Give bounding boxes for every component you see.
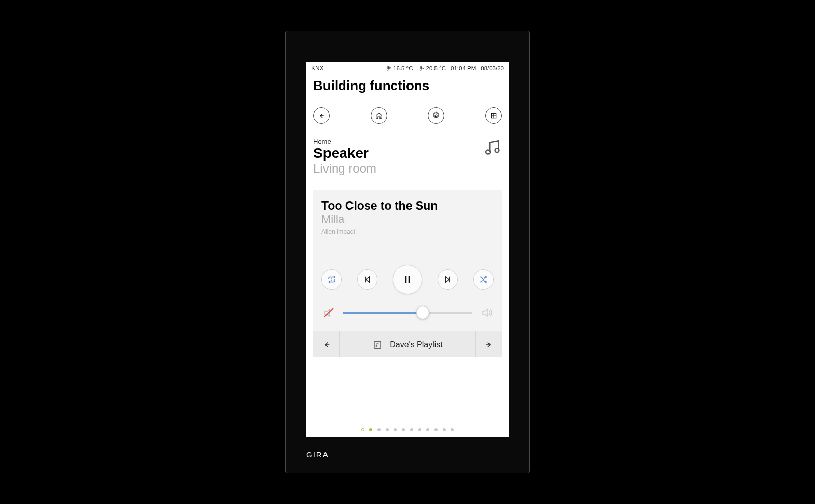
status-bar: KNX 16.5 °C 20.5 °C 01:04 PM 08/03/20 bbox=[306, 62, 509, 74]
status-date: 08/03/20 bbox=[481, 65, 504, 71]
weather-outdoor-icon bbox=[385, 65, 392, 72]
page-dot[interactable] bbox=[361, 428, 364, 431]
svg-rect-7 bbox=[374, 341, 381, 348]
repeat-button[interactable]: 1 bbox=[321, 269, 342, 290]
page-dot[interactable] bbox=[369, 428, 372, 431]
function-subtitle: Living room bbox=[313, 161, 376, 176]
arrow-left-icon bbox=[322, 340, 331, 349]
page-dot[interactable] bbox=[410, 428, 413, 431]
track-info: Too Close to the Sun Milla Alien Impact bbox=[313, 190, 502, 238]
page-dot[interactable] bbox=[434, 428, 438, 431]
page-dot[interactable] bbox=[402, 428, 405, 431]
track-album: Alien Impact bbox=[321, 228, 494, 235]
svg-point-3 bbox=[486, 150, 490, 154]
screen: KNX 16.5 °C 20.5 °C 01:04 PM 08/03/20 Bu… bbox=[306, 62, 509, 437]
svg-point-8 bbox=[376, 345, 377, 347]
grid-icon bbox=[490, 111, 498, 120]
function-header: Home Speaker Living room bbox=[306, 131, 509, 179]
shuffle-button[interactable] bbox=[473, 269, 494, 290]
volume-slider[interactable] bbox=[343, 307, 472, 318]
page-dot[interactable] bbox=[451, 428, 454, 431]
page-dot[interactable] bbox=[426, 428, 429, 431]
skip-back-icon bbox=[363, 275, 372, 284]
page-indicator[interactable] bbox=[306, 421, 509, 437]
page-title: Building functions bbox=[306, 74, 509, 100]
page-dot[interactable] bbox=[394, 428, 397, 431]
page-dot[interactable] bbox=[377, 428, 381, 431]
arrow-right-icon bbox=[484, 340, 494, 349]
breadcrumb: Home bbox=[313, 137, 376, 145]
repeat-one-icon: 1 bbox=[327, 275, 336, 284]
playlist-bar: Dave's Playlist bbox=[313, 331, 502, 357]
playlist-current[interactable]: Dave's Playlist bbox=[340, 331, 475, 357]
page-dot[interactable] bbox=[443, 428, 446, 431]
volume-max-icon bbox=[479, 305, 494, 320]
volume-high-icon bbox=[480, 306, 493, 319]
track-title: Too Close to the Sun bbox=[321, 199, 494, 213]
function-title: Speaker bbox=[313, 145, 376, 161]
status-system: KNX bbox=[311, 65, 324, 72]
previous-button[interactable] bbox=[357, 269, 377, 290]
status-temp-indoor: 20.5 °C bbox=[418, 65, 446, 72]
playlist-prev-button[interactable] bbox=[313, 331, 340, 357]
brand-logo: GIRA bbox=[306, 450, 329, 459]
shuffle-icon bbox=[479, 275, 488, 284]
volume-mute-icon bbox=[322, 306, 335, 319]
home-button[interactable] bbox=[371, 107, 387, 124]
playback-controls: 1 bbox=[313, 238, 502, 298]
playlist-label: Dave's Playlist bbox=[390, 340, 443, 349]
weather-indoor-icon bbox=[418, 65, 425, 72]
device-frame: KNX 16.5 °C 20.5 °C 01:04 PM 08/03/20 Bu… bbox=[285, 31, 530, 473]
skip-forward-icon bbox=[443, 275, 452, 284]
svg-point-0 bbox=[389, 68, 390, 69]
grid-button[interactable] bbox=[485, 107, 502, 124]
playlist-icon bbox=[372, 340, 383, 350]
track-artist: Milla bbox=[321, 213, 494, 226]
pause-icon bbox=[401, 273, 414, 286]
arrow-left-icon bbox=[317, 111, 325, 120]
mute-button[interactable] bbox=[321, 305, 336, 320]
back-button[interactable] bbox=[313, 107, 330, 124]
gear-icon bbox=[432, 111, 440, 120]
next-button[interactable] bbox=[438, 269, 458, 290]
home-icon bbox=[375, 111, 383, 120]
svg-point-1 bbox=[435, 115, 437, 117]
music-icon bbox=[482, 137, 502, 159]
status-time: 01:04 PM bbox=[451, 65, 476, 71]
player-card: Too Close to the Sun Milla Alien Impact … bbox=[313, 190, 502, 357]
settings-button[interactable] bbox=[428, 107, 444, 124]
svg-text:1: 1 bbox=[331, 278, 333, 281]
page-dot[interactable] bbox=[418, 428, 421, 431]
svg-point-4 bbox=[495, 148, 499, 152]
volume-control bbox=[313, 298, 502, 331]
status-temp-outdoor: 16.5 °C bbox=[385, 65, 413, 72]
nav-toolbar bbox=[306, 100, 509, 131]
page-dot[interactable] bbox=[386, 428, 389, 431]
playlist-next-button[interactable] bbox=[475, 331, 502, 357]
play-pause-button[interactable] bbox=[393, 265, 422, 294]
